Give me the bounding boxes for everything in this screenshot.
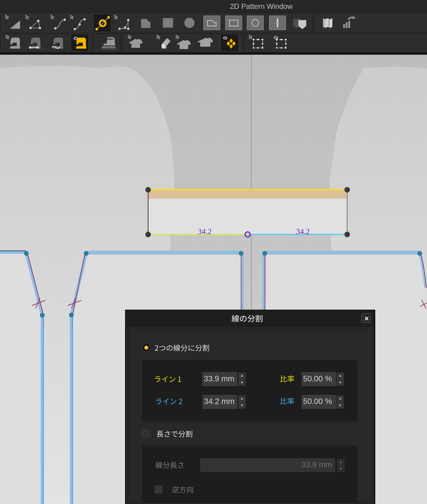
svg-text:34.2: 34.2 [296,227,310,236]
svg-text:34.2: 34.2 [198,227,212,236]
